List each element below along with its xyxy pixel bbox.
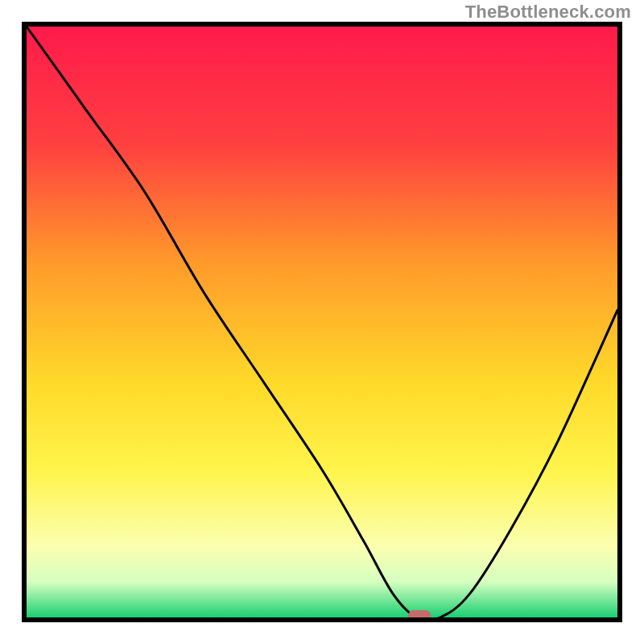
attribution-label: TheBottleneck.com (465, 2, 631, 23)
chart-container: TheBottleneck.com (0, 0, 644, 644)
bottleneck-chart (0, 0, 644, 644)
chart-background (27, 27, 617, 617)
